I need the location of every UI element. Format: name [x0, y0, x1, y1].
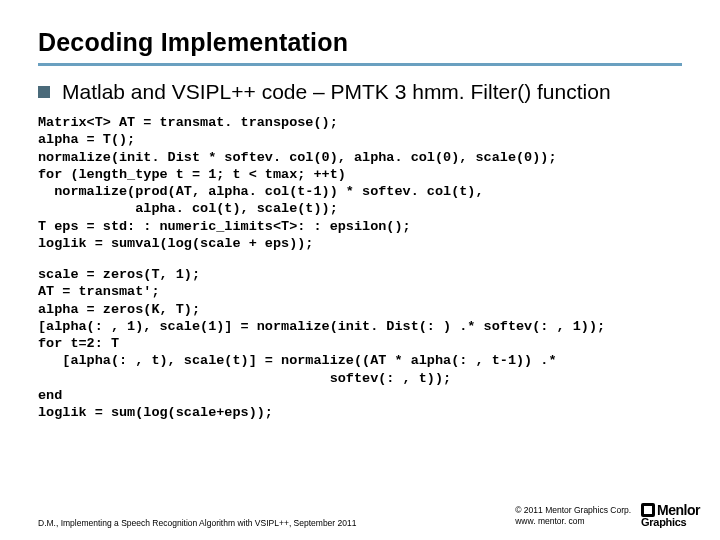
copyright-line1: © 2011 Mentor Graphics Corp. [515, 505, 631, 516]
bullet-row: Matlab and VSIPL++ code – PMTK 3 hmm. Fi… [38, 80, 682, 104]
code-block-vsipl: Matrix<T> AT = transmat. transpose(); al… [38, 114, 682, 252]
code-block-matlab: scale = zeros(T, 1); AT = transmat'; alp… [38, 266, 682, 421]
page-title: Decoding Implementation [38, 28, 682, 57]
subtitle-text: Matlab and VSIPL++ code – PMTK 3 hmm. Fi… [62, 80, 611, 104]
logo-text-bottom: Graphics [641, 517, 686, 528]
mentor-graphics-logo: Menlor Graphics [641, 503, 700, 528]
square-bullet-icon [38, 86, 50, 98]
logo-text-top: Menlor [641, 503, 700, 517]
footer-right: © 2011 Mentor Graphics Corp. www. mentor… [515, 503, 700, 528]
footer: D.M., Implementing a Speech Recognition … [38, 503, 700, 528]
title-divider [38, 63, 682, 66]
logo-mark-icon [641, 503, 655, 517]
copyright-line2: www. mentor. com [515, 516, 631, 527]
copyright-text: © 2011 Mentor Graphics Corp. www. mentor… [515, 505, 631, 526]
slide: Decoding Implementation Matlab and VSIPL… [0, 0, 720, 540]
footer-citation: D.M., Implementing a Speech Recognition … [38, 518, 356, 528]
